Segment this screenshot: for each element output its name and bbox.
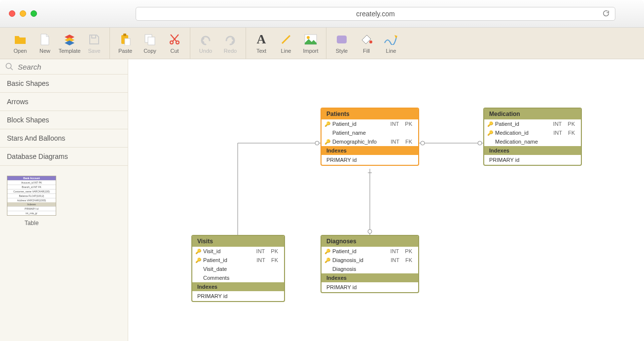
- svg-point-13: [6, 63, 11, 69]
- category-block-shapes[interactable]: Block Shapes: [0, 111, 128, 129]
- template-icon: [57, 33, 82, 46]
- template-button[interactable]: Template: [57, 33, 82, 54]
- category-database-diagrams[interactable]: Database Diagrams: [0, 148, 128, 166]
- reload-icon[interactable]: [602, 9, 610, 19]
- search-box[interactable]: [0, 59, 128, 75]
- text-icon: A: [249, 33, 274, 46]
- search-input[interactable]: [18, 63, 123, 71]
- fill-icon: [354, 33, 379, 46]
- entity-title: Visits: [192, 236, 284, 247]
- svg-rect-2: [123, 34, 126, 36]
- new-doc-icon: [33, 33, 57, 46]
- table-row: Diagnosis: [322, 265, 418, 273]
- table-row: Visit_date: [192, 265, 284, 273]
- cut-icon: [162, 33, 187, 46]
- import-icon: [298, 33, 323, 46]
- entity-diagnoses[interactable]: Diagnoses 🔑Patient_idINTPK 🔑Diagnosis_id…: [321, 235, 419, 293]
- svg-point-12: [369, 40, 372, 43]
- save-icon: [82, 33, 107, 46]
- entity-title: Diagnoses: [322, 236, 418, 247]
- style-button[interactable]: Style: [329, 33, 354, 54]
- undo-icon: [193, 33, 218, 46]
- table-row: 🔑Medication_idINTFK: [484, 128, 581, 137]
- svg-rect-0: [92, 35, 96, 38]
- line-icon: [274, 33, 298, 46]
- undo-button[interactable]: Undo: [193, 33, 218, 54]
- folder-icon: [8, 33, 33, 46]
- category-arrows[interactable]: Arrows: [0, 93, 128, 111]
- maximize-window-icon[interactable]: [31, 10, 37, 17]
- fill-button[interactable]: Fill: [354, 33, 379, 54]
- svg-point-10: [307, 36, 310, 39]
- category-basic-shapes[interactable]: Basic Shapes: [0, 75, 128, 93]
- url-text: creately.com: [356, 10, 394, 18]
- main-toolbar: Open New Template Save Paste Copy Cut Un…: [0, 28, 644, 59]
- shape-caption: Table: [7, 220, 56, 227]
- redo-button[interactable]: Redo: [218, 33, 243, 54]
- table-row: 🔑Patient_idINTFK: [192, 256, 284, 265]
- entity-patients[interactable]: Patients 🔑Patient_idINTPK Patient_name 🔑…: [321, 108, 419, 166]
- svg-line-8: [282, 36, 290, 43]
- svg-point-18: [421, 141, 425, 145]
- style-icon: [329, 33, 354, 46]
- svg-rect-5: [148, 37, 155, 45]
- shapes-sidebar: Basic Shapes Arrows Block Shapes Stars A…: [0, 59, 128, 341]
- svg-rect-11: [337, 36, 347, 43]
- new-button[interactable]: New: [33, 33, 57, 54]
- url-bar[interactable]: creately.com: [136, 7, 615, 21]
- text-button[interactable]: AText: [249, 33, 274, 54]
- import-button[interactable]: Import: [298, 33, 323, 54]
- browser-titlebar: creately.com: [0, 0, 644, 28]
- entity-title: Medication: [484, 109, 581, 119]
- entity-title: Patients: [322, 109, 418, 119]
- table-row: 🔑Patient_idINTPK: [322, 247, 418, 256]
- diagram-canvas[interactable]: Patients 🔑Patient_idINTPK Patient_name 🔑…: [128, 59, 644, 341]
- table-row: Patient_name: [322, 128, 418, 137]
- table-row: 🔑Patient_idINTPK: [322, 119, 418, 128]
- redo-icon: [218, 33, 243, 46]
- svg-point-19: [478, 141, 482, 145]
- line-tool-button[interactable]: Line: [274, 33, 298, 54]
- paste-button[interactable]: Paste: [113, 33, 138, 54]
- minimize-window-icon[interactable]: [20, 10, 26, 17]
- copy-button[interactable]: Copy: [138, 33, 162, 54]
- table-row: 🔑Patient_idINTPK: [484, 119, 581, 128]
- line-style-icon: [379, 33, 403, 46]
- svg-point-15: [315, 141, 319, 145]
- search-icon: [5, 62, 14, 71]
- close-window-icon[interactable]: [9, 10, 15, 17]
- svg-point-22: [368, 229, 372, 233]
- table-row: 🔑Demographic_InfoINTFK: [322, 137, 418, 146]
- save-button[interactable]: Save: [82, 33, 107, 54]
- table-row: 🔑Visit_idINTPK: [192, 247, 284, 256]
- table-row: 🔑Diagnosis_idINTFK: [322, 256, 418, 265]
- cut-button[interactable]: Cut: [162, 33, 187, 54]
- table-row: Medication_name: [484, 137, 581, 146]
- svg-rect-3: [125, 38, 130, 45]
- category-stars-balloons[interactable]: Stars And Balloons: [0, 129, 128, 148]
- paste-icon: [113, 33, 138, 46]
- copy-icon: [138, 33, 162, 46]
- window-controls: [9, 10, 37, 17]
- open-button[interactable]: Open: [8, 33, 33, 54]
- line-style-button[interactable]: Line: [379, 33, 403, 54]
- entity-visits[interactable]: Visits 🔑Visit_idINTPK 🔑Patient_idINTFK V…: [191, 235, 285, 302]
- shape-table-sample[interactable]: Bank Account Account_id INT PK Branch_id…: [7, 176, 56, 227]
- svg-line-14: [10, 68, 13, 70]
- table-row: Comments: [192, 273, 284, 282]
- entity-medication[interactable]: Medication 🔑Patient_idINTPK 🔑Medication_…: [483, 108, 582, 166]
